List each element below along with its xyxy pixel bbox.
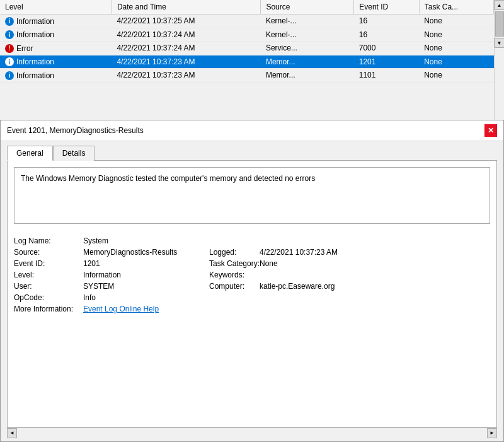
event-message-box: The Windows Memory Diagnostic tested the… bbox=[14, 167, 490, 224]
cell-eventid: 16 bbox=[354, 28, 419, 42]
detail-row-source: Source: MemoryDiagnostics-Results Logged… bbox=[14, 248, 490, 257]
cell-source: Memor... bbox=[261, 55, 354, 69]
event-detail-dialog: Event 1201, MemoryDiagnostics-Results ✕ … bbox=[0, 120, 504, 442]
scroll-left-arrow[interactable]: ◄ bbox=[7, 428, 17, 438]
detail-row-level: Level: Information Keywords: bbox=[14, 270, 490, 279]
label-eventid: Event ID: bbox=[14, 259, 83, 268]
detail-row-logname: Log Name: System bbox=[14, 236, 490, 245]
cell-taskcat: None bbox=[419, 69, 493, 83]
tab-details[interactable]: Details bbox=[53, 146, 95, 161]
value-taskcategory: None bbox=[260, 259, 278, 268]
scroll-thumb[interactable] bbox=[495, 11, 504, 37]
detail-row-eventid: Event ID: 1201 Task Category: None bbox=[14, 259, 490, 268]
event-table: Level Date and Time Source Event ID Task… bbox=[0, 0, 494, 83]
label-user: User: bbox=[14, 282, 83, 291]
table-row[interactable]: i Information 4/22/2021 10:37:23 AM Memo… bbox=[0, 55, 494, 69]
value-user: SYSTEM bbox=[83, 282, 209, 291]
label-logged: Logged: bbox=[209, 248, 260, 257]
tab-general[interactable]: General bbox=[7, 146, 53, 161]
label-level: Level: bbox=[14, 270, 83, 279]
label-opcode: OpCode: bbox=[14, 293, 83, 302]
cell-taskcat: None bbox=[419, 28, 493, 42]
label-taskcategory: Task Category: bbox=[209, 259, 260, 268]
scroll-up-arrow[interactable]: ▲ bbox=[495, 0, 505, 10]
label-source: Source: bbox=[14, 248, 83, 257]
label-logname: Log Name: bbox=[14, 236, 83, 245]
dialog-title: Event 1201, MemoryDiagnostics-Results bbox=[7, 126, 144, 135]
event-table-area: Level Date and Time Source Event ID Task… bbox=[0, 0, 504, 120]
dialog-titlebar: Event 1201, MemoryDiagnostics-Results ✕ bbox=[1, 120, 503, 141]
cell-datetime: 4/22/2021 10:37:24 AM bbox=[112, 42, 261, 55]
level-text: Error bbox=[16, 44, 33, 53]
cell-level: i Information bbox=[0, 69, 112, 83]
table-row[interactable]: ! Error 4/22/2021 10:37:24 AM Service...… bbox=[0, 42, 494, 55]
vertical-scrollbar[interactable]: ▲ ▼ bbox=[494, 0, 504, 120]
cell-taskcat: None bbox=[419, 42, 493, 55]
level-text: Information bbox=[16, 71, 54, 80]
col-header-level[interactable]: Level bbox=[0, 0, 112, 15]
cell-datetime: 4/22/2021 10:37:23 AM bbox=[112, 69, 261, 83]
cell-datetime: 4/22/2021 10:37:23 AM bbox=[112, 55, 261, 69]
cell-eventid: 1101 bbox=[354, 69, 419, 83]
cell-datetime: 4/22/2021 10:37:24 AM bbox=[112, 28, 261, 42]
cell-level: i Information bbox=[0, 55, 112, 69]
detail-row-moreinfo: More Information: Event Log Online Help bbox=[14, 305, 490, 313]
cell-datetime: 4/22/2021 10:37:25 AM bbox=[112, 15, 261, 28]
cell-source: Memor... bbox=[261, 69, 354, 83]
cell-source: Kernel-... bbox=[261, 28, 354, 42]
event-message-text: The Windows Memory Diagnostic tested the… bbox=[21, 174, 315, 183]
info-icon: i bbox=[5, 17, 14, 26]
info-icon: i bbox=[5, 30, 14, 39]
level-text: Information bbox=[16, 30, 54, 39]
table-header-row: Level Date and Time Source Event ID Task… bbox=[0, 0, 494, 15]
moreinfo-link[interactable]: Event Log Online Help bbox=[83, 305, 159, 313]
value-level: Information bbox=[83, 270, 209, 279]
value-eventid: 1201 bbox=[83, 259, 209, 268]
detail-row-user: User: SYSTEM Computer: katie-pc.Easeware… bbox=[14, 282, 490, 291]
horizontal-scrollbar[interactable]: ◄ ► bbox=[7, 427, 497, 438]
cell-taskcat: None bbox=[419, 55, 493, 69]
cell-level: i Information bbox=[0, 15, 112, 28]
label-keywords: Keywords: bbox=[209, 270, 260, 279]
cell-source: Kernel-... bbox=[261, 15, 354, 28]
cell-level: ! Error bbox=[0, 42, 112, 55]
col-header-source[interactable]: Source bbox=[261, 0, 354, 15]
table-row[interactable]: i Information 4/22/2021 10:37:24 AM Kern… bbox=[0, 28, 494, 42]
value-computer: katie-pc.Easeware.org bbox=[260, 282, 335, 291]
scroll-right-arrow[interactable]: ► bbox=[487, 428, 497, 438]
cell-level: i Information bbox=[0, 28, 112, 42]
col-header-eventid[interactable]: Event ID bbox=[354, 0, 419, 15]
cell-source: Service... bbox=[261, 42, 354, 55]
tab-bar: General Details bbox=[1, 141, 503, 160]
table-row[interactable]: i Information 4/22/2021 10:37:23 AM Memo… bbox=[0, 69, 494, 83]
col-header-datetime[interactable]: Date and Time bbox=[112, 0, 261, 15]
cell-eventid: 16 bbox=[354, 15, 419, 28]
label-computer: Computer: bbox=[209, 282, 260, 291]
value-logged: 4/22/2021 10:37:23 AM bbox=[260, 248, 338, 257]
event-details-section: Log Name: System Source: MemoryDiagnosti… bbox=[8, 230, 496, 322]
label-moreinfo: More Information: bbox=[14, 305, 83, 313]
tab-content-panel: The Windows Memory Diagnostic tested the… bbox=[7, 160, 497, 427]
scroll-down-arrow[interactable]: ▼ bbox=[495, 38, 505, 48]
detail-row-opcode: OpCode: Info bbox=[14, 293, 490, 302]
info-icon: i bbox=[5, 71, 14, 80]
level-text: Information bbox=[16, 57, 54, 66]
value-logname: System bbox=[83, 236, 108, 245]
cell-taskcat: None bbox=[419, 15, 493, 28]
value-opcode: Info bbox=[83, 293, 96, 302]
close-button[interactable]: ✕ bbox=[484, 124, 497, 137]
level-text: Information bbox=[16, 17, 54, 26]
cell-eventid: 1201 bbox=[354, 55, 419, 69]
info-icon: i bbox=[5, 57, 14, 66]
table-row[interactable]: i Information 4/22/2021 10:37:25 AM Kern… bbox=[0, 15, 494, 28]
col-header-taskcat[interactable]: Task Ca... bbox=[419, 0, 493, 15]
scroll-track bbox=[17, 428, 487, 438]
error-icon: ! bbox=[5, 44, 14, 53]
cell-eventid: 7000 bbox=[354, 42, 419, 55]
value-source: MemoryDiagnostics-Results bbox=[83, 248, 209, 257]
